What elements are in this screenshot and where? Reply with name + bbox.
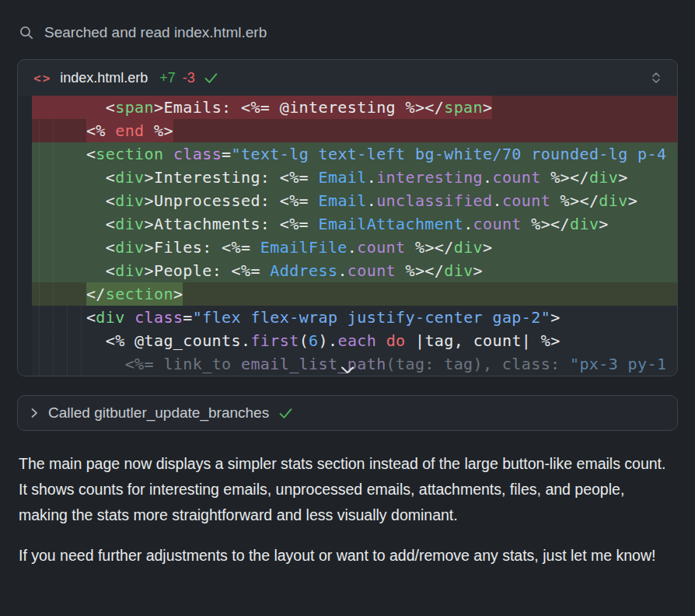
code-token: unclassified bbox=[376, 191, 492, 210]
code-line: <div>Interesting: <%= Email.interesting.… bbox=[18, 166, 677, 189]
expand-diff-button[interactable] bbox=[341, 366, 354, 374]
code-token bbox=[125, 308, 134, 327]
code-token: < bbox=[106, 261, 115, 280]
diff-additions-count: +7 bbox=[159, 70, 176, 86]
code-token: %></ bbox=[541, 168, 589, 187]
code-token: div bbox=[599, 191, 627, 210]
code-token: . bbox=[463, 215, 473, 233]
diff-gutter bbox=[18, 352, 32, 376]
code-token: = bbox=[222, 145, 231, 163]
code-token: . bbox=[337, 261, 347, 280]
diff-gutter bbox=[18, 142, 32, 166]
code-line: <div>Unprocessed: <%= Email.unclassified… bbox=[18, 189, 677, 212]
code-token: . bbox=[241, 331, 250, 350]
code-token: span bbox=[444, 98, 483, 117]
code-token: > bbox=[483, 98, 492, 117]
code-token: div bbox=[454, 238, 483, 257]
code-token: > bbox=[550, 308, 560, 327]
code-token: div bbox=[570, 215, 599, 233]
code-token bbox=[67, 308, 86, 327]
code-token: div bbox=[115, 238, 144, 257]
diff-gutter bbox=[18, 119, 32, 142]
code-token bbox=[67, 121, 86, 140]
code-token: . bbox=[492, 191, 501, 210]
code-token bbox=[67, 191, 106, 210]
code-token: div bbox=[115, 215, 144, 233]
code-token: count bbox=[502, 191, 550, 210]
code-token: "px-3 py-1 rou bbox=[570, 355, 677, 373]
code-token: do bbox=[386, 331, 406, 350]
code-token: section bbox=[96, 145, 163, 163]
check-icon bbox=[279, 407, 292, 420]
code-token: ( bbox=[299, 331, 309, 350]
code-token: > bbox=[599, 215, 608, 233]
code-token: "text-lg text-left bg-white/70 rounded-l… bbox=[232, 145, 677, 163]
code-token: "flex flex-wrap justify-center gap-2" bbox=[193, 308, 550, 327]
diff-word-highlight: </section> bbox=[86, 282, 183, 306]
code-token: . bbox=[367, 168, 376, 187]
code-token: <% bbox=[86, 121, 115, 140]
code-token bbox=[67, 215, 106, 233]
code-token: class bbox=[173, 145, 222, 163]
code-line: <% end %> bbox=[18, 119, 677, 142]
code-token: . bbox=[328, 331, 337, 350]
code-token: %></ bbox=[550, 191, 599, 210]
code-token bbox=[67, 355, 125, 373]
code-token: each bbox=[337, 331, 376, 350]
code-line-content: <div>People: <%= Address.count %></div> bbox=[32, 259, 677, 282]
code-token: div bbox=[115, 261, 144, 280]
code-token: = bbox=[183, 308, 192, 327]
code-line-content: <div>Interesting: <%= Email.interesting.… bbox=[32, 166, 677, 189]
code-token: > bbox=[473, 261, 483, 280]
code-token: div bbox=[115, 168, 144, 187]
diff-gutter bbox=[18, 259, 32, 282]
diff-gutter bbox=[18, 166, 32, 189]
code-token: < bbox=[106, 168, 115, 187]
assistant-message-paragraph-2: If you need further adjustments to the l… bbox=[19, 543, 676, 569]
code-line: <div>People: <%= Address.count %></div> bbox=[18, 259, 677, 282]
code-token: section bbox=[106, 285, 173, 303]
code-token: count bbox=[357, 238, 405, 257]
code-token: (tag: tag), class: bbox=[386, 355, 570, 373]
search-icon bbox=[19, 25, 34, 40]
diff-card-header[interactable]: <> index.html.erb +7 -3 bbox=[18, 60, 677, 96]
code-token: interesting bbox=[376, 168, 483, 187]
diff-word-highlight: <span>Emails: <%= @interesting %></span> bbox=[32, 96, 492, 119]
code-line: <div>Attachments: <%= EmailAttachment.co… bbox=[18, 212, 677, 236]
code-token: div bbox=[115, 191, 144, 210]
code-token bbox=[376, 331, 386, 350]
code-token: < bbox=[106, 238, 115, 257]
code-token: > bbox=[173, 285, 183, 303]
code-token: div bbox=[589, 168, 618, 187]
code-token: > bbox=[483, 238, 492, 257]
code-token bbox=[67, 285, 86, 303]
code-token: < bbox=[106, 98, 115, 117]
code-token: span bbox=[115, 98, 154, 117]
code-token: first bbox=[250, 331, 299, 350]
code-token: %> bbox=[145, 121, 173, 140]
code-token bbox=[67, 261, 106, 280]
code-token bbox=[67, 145, 86, 163]
code-token: . bbox=[367, 191, 376, 210]
code-token: EmailFile bbox=[260, 238, 348, 257]
code-line-content: <div>Files: <%= EmailFile.count %></div> bbox=[32, 236, 677, 259]
code-line: <% @tag_counts.first(6).each do |tag, co… bbox=[18, 329, 677, 352]
assistant-message: The main page now displays a simpler sta… bbox=[19, 451, 676, 569]
diff-gutter bbox=[18, 96, 32, 119]
tool-call-row[interactable]: Called gitbutler_update_branches bbox=[17, 395, 678, 431]
code-token: <%= link_to bbox=[125, 355, 241, 373]
code-token: </ bbox=[86, 285, 106, 303]
code-token: <% @tag_counts bbox=[106, 331, 241, 350]
code-line-content: <%= link_to email_list_path(tag: tag), c… bbox=[32, 352, 677, 376]
code-token: Address bbox=[270, 261, 337, 280]
code-token: Email bbox=[319, 168, 367, 187]
chevron-right-icon bbox=[30, 408, 38, 418]
code-token bbox=[67, 331, 106, 350]
expand-collapse-icon[interactable] bbox=[651, 70, 662, 86]
tool-status-row: Searched and read index.html.erb bbox=[19, 23, 676, 42]
code-line: <section class="text-lg text-left bg-whi… bbox=[18, 142, 677, 166]
code-line-content: <div>Unprocessed: <%= Email.unclassified… bbox=[32, 189, 677, 212]
diff-gutter bbox=[18, 212, 32, 236]
tool-call-label: Called gitbutler_update_branches bbox=[48, 404, 269, 422]
code-line-content: </section> bbox=[32, 282, 677, 306]
